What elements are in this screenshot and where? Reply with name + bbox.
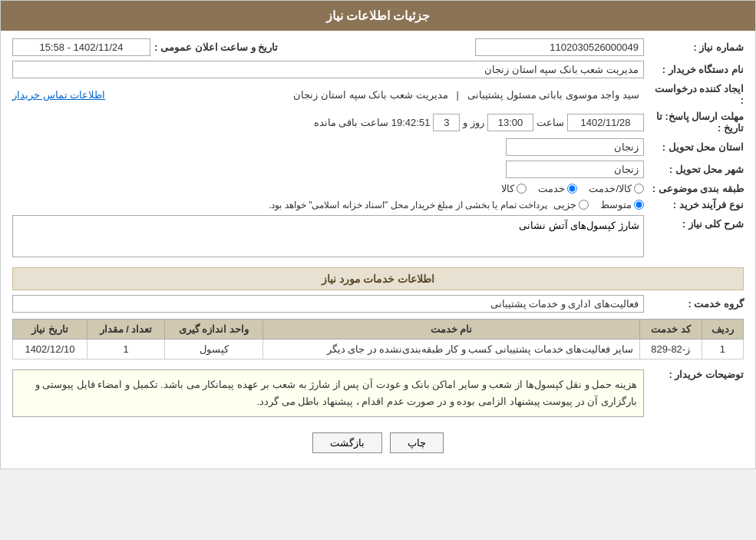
nam-dastgah-label: نام دستگاه خریدار :: [644, 64, 744, 75]
shomare-niaz-label: شماره نیاز :: [644, 41, 744, 53]
radio-kala-khadamat[interactable]: [634, 184, 644, 194]
radio-motavasset-item: متوسط: [600, 199, 644, 210]
ijad-konande-label: ایجاد کننده درخواست :: [644, 83, 744, 106]
sharh-label: شرح کلی نیاز :: [644, 215, 744, 230]
shahr-label: شهر محل تحویل :: [644, 164, 744, 175]
ijad-konande-value: سید واجد موسوی باباتی مسئول پشتیبانی: [463, 87, 644, 103]
mohlat-row: مهلت ارسال پاسخ: تا تاریخ : 1402/11/28 س…: [12, 111, 744, 134]
grooh-row: گروه خدمت : فعالیت‌های اداری و خدمات پشت…: [12, 295, 744, 313]
page-title: جزئیات اطلاعات نیاز: [1, 1, 755, 31]
cell-code: ز-82-829: [639, 340, 702, 359]
radio-motavasset[interactable]: [634, 200, 644, 210]
col-name: نام خدمت: [262, 320, 639, 340]
shahr-value: زنجان: [506, 161, 644, 178]
mohlat-label: مهلت ارسال پاسخ: تا تاریخ :: [644, 111, 744, 134]
tarikh-saat-label: تاریخ و ساعت اعلان عمومی :: [150, 41, 278, 53]
cell-tedad: 1: [87, 340, 164, 359]
cell-name: سایر فعالیت‌های خدمات پشتیبانی کسب و کار…: [262, 340, 639, 359]
countdown-label: ساعت باقی مانده: [314, 117, 388, 128]
rooz-label: روز و: [460, 117, 487, 128]
shomare-niaz-value: 1102030526000049: [475, 38, 644, 56]
sharh-container: [12, 215, 644, 260]
ostan-label: استان محل تحویل :: [644, 141, 744, 153]
nooe-farayand-row: نوع فرآیند خرید : متوسط جزیی پرداخت تمام…: [12, 199, 744, 210]
farayand-radio-group: متوسط جزیی: [553, 199, 644, 210]
cell-tarikh: 1402/12/10: [13, 340, 87, 359]
tabaqe-label: طبقه بندی موضوعی :: [644, 183, 744, 194]
radio-kala-khadamat-item: کالا/خدمت: [589, 183, 644, 194]
tabaqe-row: طبقه بندی موضوعی : کالا/خدمت خدمت کالا: [12, 183, 744, 194]
cell-radif: 1: [702, 340, 743, 359]
radio-khadamat[interactable]: [567, 184, 577, 194]
radio-kala-label: کالا: [501, 183, 514, 194]
nam-dastgah-row: نام دستگاه خریدار : مدیریت شعب بانک سپه …: [12, 61, 744, 78]
ostan-row: استان محل تحویل : زنجان: [12, 138, 744, 156]
btn-back[interactable]: بازگشت: [312, 432, 382, 453]
grooh-label: گروه خدمت :: [644, 298, 744, 310]
tabaqe-radio-group: کالا/خدمت خدمت کالا: [501, 183, 644, 194]
radio-kala[interactable]: [517, 184, 527, 194]
col-tarikh: تاریخ نیاز: [13, 320, 87, 340]
tarikh-saat-value: 1402/11/24 - 15:58: [12, 38, 150, 56]
radio-jozii-label: جزیی: [553, 199, 576, 210]
tosihaat-container: هزینه حمل و نقل کپسول‌ها از شعب و سایر ا…: [12, 366, 644, 421]
date-value: 1402/11/28: [567, 114, 644, 131]
btn-print[interactable]: چاپ: [390, 432, 444, 453]
khadamat-section-header: اطلاعات خدمات مورد نیاز: [12, 267, 744, 290]
sharh-textarea[interactable]: [12, 215, 644, 257]
ijad-konande-row: ایجاد کننده درخواست : سید واجد موسوی باب…: [12, 83, 744, 106]
col-tedad: تعداد / مقدار: [87, 320, 164, 340]
rooz-value: 3: [433, 114, 460, 131]
table-row: 1 ز-82-829 سایر فعالیت‌های خدمات پشتیبان…: [13, 340, 744, 359]
page-wrapper: جزئیات اطلاعات نیاز شماره نیاز : 1102030…: [0, 0, 756, 469]
services-table: ردیف کد خدمت نام خدمت واحد اندازه گیری ت…: [12, 319, 744, 359]
saat-value: 13:00: [487, 114, 533, 131]
sharh-row: شرح کلی نیاز :: [12, 215, 744, 260]
tosihaat-value: هزینه حمل و نقل کپسول‌ها از شعب و سایر ا…: [12, 369, 644, 417]
nam-dastgah-value: مدیریت شعب بانک سپه استان زنجان: [12, 61, 644, 78]
countdown-value: 19:42:51: [388, 117, 434, 128]
radio-jozii-item: جزیی: [553, 199, 589, 210]
tosihaat-label: توضیحات خریدار :: [644, 366, 744, 380]
ijad-konande-link[interactable]: اطلاعات تماس خریدار: [12, 89, 105, 101]
ijad-konande-org: مدیریت شعب بانک سپه استان زنجان: [289, 87, 452, 103]
col-radif: ردیف: [702, 320, 743, 340]
radio-motavasset-label: متوسط: [600, 199, 632, 210]
btn-row: چاپ بازگشت: [12, 432, 744, 453]
ostan-value: زنجان: [506, 138, 644, 156]
shahr-row: شهر محل تحویل : زنجان: [12, 161, 744, 178]
col-unit: واحد اندازه گیری: [165, 320, 263, 340]
cell-unit: کپسول: [165, 340, 263, 359]
radio-kala-item: کالا: [501, 183, 527, 194]
radio-khadamat-item: خدمت: [538, 183, 577, 194]
saat-label: ساعت: [533, 117, 567, 128]
radio-kala-khadamat-label: کالا/خدمت: [589, 183, 632, 194]
tosihaat-row: توضیحات خریدار : هزینه حمل و نقل کپسول‌ه…: [12, 366, 744, 421]
farayand-note: پرداخت تمام یا بخشی از مبلغ خریدار محل "…: [262, 200, 553, 210]
content-area: شماره نیاز : 1102030526000049 تاریخ و سا…: [1, 31, 755, 469]
grooh-value: فعالیت‌های اداری و خدمات پشتیبانی: [12, 295, 644, 313]
radio-jozii[interactable]: [579, 200, 589, 210]
col-code: کد خدمت: [639, 320, 702, 340]
radio-khadamat-label: خدمت: [538, 183, 565, 194]
nooe-farayand-label: نوع فرآیند خرید :: [644, 199, 744, 210]
shomare-tarikh-row: شماره نیاز : 1102030526000049 تاریخ و سا…: [12, 38, 744, 56]
